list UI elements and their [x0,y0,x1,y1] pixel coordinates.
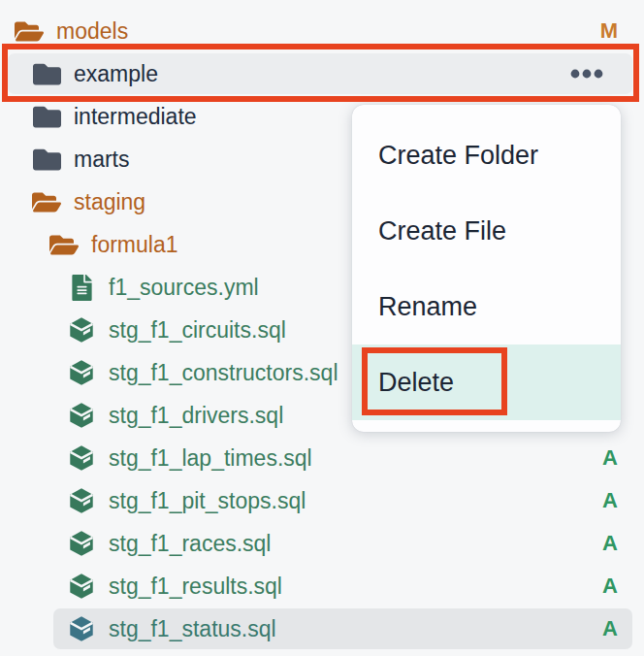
tree-item-label: formula1 [91,234,177,256]
folder-open-icon [32,187,61,216]
menu-item-label: Create Folder [378,141,538,171]
context-menu: Create FolderCreate FileRenameDelete [352,105,621,432]
tree-item-label: marts [74,148,130,171]
tree-item-label: staging [74,191,145,213]
tree-item-label: stg_f1_lap_times.sql [109,447,312,470]
menu-item-create-folder[interactable]: Create Folder [352,117,621,193]
tree-item-label: f1_sources.yml [109,277,259,299]
git-status-badge: A [602,445,618,471]
menu-item-delete[interactable]: Delete [352,344,621,420]
git-status-badge: M [600,18,618,44]
model-cube-teal-icon [67,614,96,643]
tree-item-label: stg_f1_races.sql [109,533,271,555]
menu-item-label: Create File [378,216,506,246]
menu-item-label: Delete [378,368,454,398]
folder-open-icon [49,230,79,259]
ellipsis-menu-icon[interactable] [570,69,603,79]
tree-item-label: stg_f1_status.sql [109,618,276,640]
git-status-badge: A [602,574,618,599]
file-lines-icon [67,273,96,302]
tree-item-models[interactable]: modelsM [0,10,644,52]
model-cube-icon [67,443,96,473]
model-cube-icon [67,486,96,515]
tree-item-label: example [74,63,158,85]
git-status-badge: A [602,488,618,513]
tree-item-stg-f1-lap-times-sql[interactable]: stg_f1_lap_times.sqlA [0,437,644,479]
tree-item-stg-f1-results-sql[interactable]: stg_f1_results.sqlA [0,565,644,607]
tree-item-label: models [56,20,128,43]
tree-item-label: stg_f1_constructors.sql [109,362,338,384]
folder-icon [32,102,61,131]
folder-icon [32,145,61,174]
menu-item-create-file[interactable]: Create File [352,193,621,269]
tree-item-label: stg_f1_pit_stops.sql [109,490,306,512]
tree-item-stg-f1-pit-stops-sql[interactable]: stg_f1_pit_stops.sqlA [0,479,644,522]
tree-item-label: stg_f1_circuits.sql [109,319,286,342]
tree-item-label: stg_f1_drivers.sql [109,405,283,427]
tree-item-label: stg_f1_results.sql [109,575,282,598]
model-cube-icon [67,572,96,601]
menu-item-rename[interactable]: Rename [352,269,621,344]
tree-item-stg-f1-status-sql[interactable]: stg_f1_status.sqlA [0,607,644,650]
model-cube-icon [67,358,96,387]
tree-item-label: intermediate [74,106,197,128]
tree-item-stg-f1-races-sql[interactable]: stg_f1_races.sqlA [0,522,644,565]
model-cube-icon [67,315,96,344]
model-cube-icon [67,529,96,558]
git-status-badge: A [602,616,618,641]
folder-open-icon [15,16,44,46]
git-status-badge: A [602,531,618,556]
menu-item-label: Rename [378,292,477,322]
tree-item-example[interactable]: example [0,52,644,95]
folder-icon [32,59,61,88]
model-cube-icon [67,401,96,430]
